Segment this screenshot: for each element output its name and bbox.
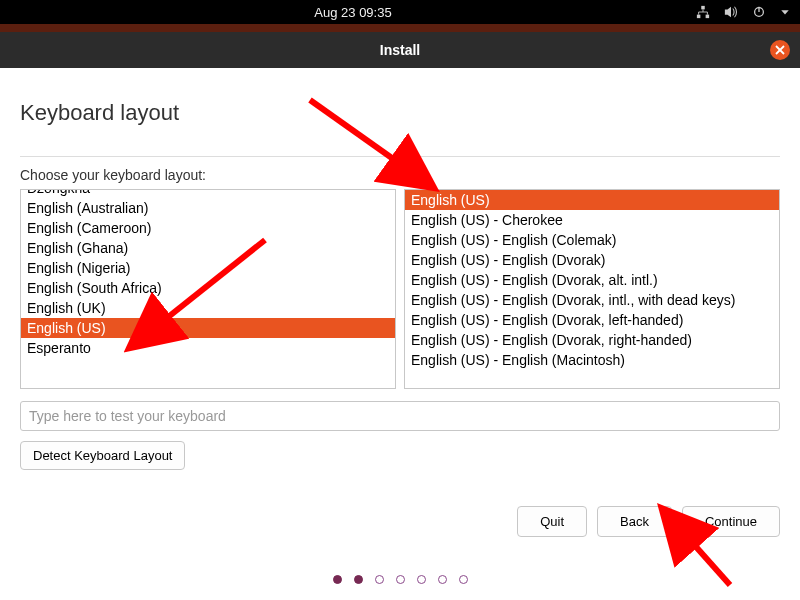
continue-button[interactable]: Continue — [682, 506, 780, 537]
svg-marker-6 — [781, 10, 789, 14]
wizard-progress-dots — [20, 575, 780, 584]
list-item[interactable]: English (South Africa) — [21, 278, 395, 298]
window-title: Install — [380, 42, 420, 58]
close-icon — [775, 45, 785, 55]
list-item[interactable]: English (Australian) — [21, 198, 395, 218]
progress-dot — [354, 575, 363, 584]
chevron-down-icon — [780, 5, 790, 19]
window-accent-bar — [0, 24, 800, 32]
list-item[interactable]: English (US) - English (Macintosh) — [405, 350, 779, 370]
power-icon — [752, 5, 766, 19]
list-item[interactable]: English (Nigeria) — [21, 258, 395, 278]
progress-dot — [438, 575, 447, 584]
list-item[interactable]: English (US) - English (Dvorak) — [405, 250, 779, 270]
panel-status-area[interactable] — [696, 5, 790, 19]
svg-rect-2 — [706, 15, 710, 19]
list-item[interactable]: English (US) - Cherokee — [405, 210, 779, 230]
list-item[interactable]: Esperanto — [21, 338, 395, 358]
gnome-top-panel: Aug 23 09:35 — [0, 0, 800, 24]
list-item[interactable]: English (Ghana) — [21, 238, 395, 258]
list-item[interactable]: English (US) - English (Dvorak, alt. int… — [405, 270, 779, 290]
list-item[interactable]: English (Cameroon) — [21, 218, 395, 238]
list-item[interactable]: English (US) — [21, 318, 395, 338]
layout-language-list[interactable]: DzongkhaEnglish (Australian)English (Cam… — [20, 189, 396, 389]
progress-dot — [459, 575, 468, 584]
page-heading: Keyboard layout — [20, 100, 780, 126]
progress-dot — [417, 575, 426, 584]
list-item[interactable]: English (US) - English (Dvorak, left-han… — [405, 310, 779, 330]
installer-content: Keyboard layout Choose your keyboard lay… — [0, 68, 800, 584]
keyboard-test-input[interactable] — [20, 401, 780, 431]
window-titlebar: Install — [0, 32, 800, 68]
progress-dot — [333, 575, 342, 584]
detect-layout-button[interactable]: Detect Keyboard Layout — [20, 441, 185, 470]
back-button[interactable]: Back — [597, 506, 672, 537]
list-item[interactable]: English (US) - English (Dvorak, intl., w… — [405, 290, 779, 310]
panel-datetime[interactable]: Aug 23 09:35 — [10, 5, 696, 20]
volume-icon — [724, 5, 738, 19]
list-item[interactable]: English (US) - English (Dvorak, right-ha… — [405, 330, 779, 350]
svg-rect-1 — [697, 15, 701, 19]
close-button[interactable] — [770, 40, 790, 60]
list-item[interactable]: Dzongkha — [21, 189, 395, 198]
svg-marker-3 — [725, 7, 731, 18]
divider — [20, 156, 780, 157]
quit-button[interactable]: Quit — [517, 506, 587, 537]
svg-rect-0 — [701, 6, 705, 10]
layout-variant-list[interactable]: English (US)English (US) - CherokeeEngli… — [404, 189, 780, 389]
list-item[interactable]: English (US) - English (Colemak) — [405, 230, 779, 250]
list-item[interactable]: English (US) — [405, 190, 779, 210]
subheading: Choose your keyboard layout: — [20, 167, 780, 183]
list-item[interactable]: English (UK) — [21, 298, 395, 318]
progress-dot — [375, 575, 384, 584]
network-icon — [696, 5, 710, 19]
keyboard-lists: DzongkhaEnglish (Australian)English (Cam… — [20, 189, 780, 389]
wizard-nav-buttons: Quit Back Continue — [20, 506, 780, 537]
progress-dot — [396, 575, 405, 584]
